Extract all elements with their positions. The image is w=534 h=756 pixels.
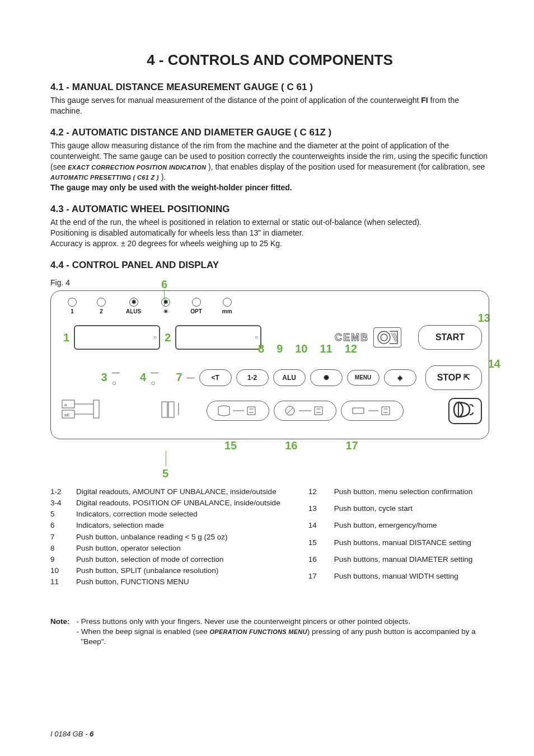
svg-rect-13 (168, 402, 174, 417)
list-item: 5Indicators, correction mode selected (50, 509, 286, 520)
distance-setting-buttons[interactable] (207, 401, 269, 421)
callout-16: 16 (285, 438, 297, 453)
svg-rect-12 (162, 402, 167, 417)
list-item: 10Push button, SPLIT (unbalance resoluti… (50, 566, 286, 577)
indicator-row: 1 2 ✱ALUS ✱✳ OPT mm (58, 298, 482, 316)
callout-3: 3 (101, 370, 107, 385)
list-item: 11Push button, FUNCTIONS MENU (50, 577, 286, 588)
mode-indicator-icons: a aE (60, 398, 116, 424)
list-item: 17Push buttons, manual WIDTH setting (308, 571, 479, 588)
diamond-arrow-icon: ◈ (397, 373, 402, 382)
text-bold: The gauge may only be used with the weig… (50, 183, 292, 192)
callout-1: 1 (63, 330, 69, 345)
svg-point-1 (381, 334, 387, 341)
svg-line-17 (287, 407, 293, 414)
legend-left: 1-2Digital readouts, AMOUNT OF UNBALANCE… (50, 487, 286, 589)
start-button[interactable]: START (418, 325, 482, 350)
figure-label: Fig. 4 (50, 278, 489, 288)
list-item: 15Push buttons, manual DISTANCE setting (308, 538, 479, 555)
sparkle-icon: ✺ (324, 373, 329, 382)
increment-icon-group (158, 398, 186, 424)
svg-text:a: a (64, 402, 67, 407)
home-arrow-icon: ⇱ (463, 372, 470, 383)
text-bold: FI (421, 96, 428, 105)
list-item: 12Push button, menu selection confirmati… (308, 487, 479, 504)
stop-button[interactable]: STOP⇱ (425, 365, 482, 390)
callout-10: 10 (295, 341, 307, 356)
callout-15: 15 (224, 438, 237, 453)
callout-8: 8 (258, 341, 264, 356)
legend-right: 12Push button, menu selection confirmati… (308, 487, 479, 589)
list-item: 16Push buttons, manual DIAMETER setting (308, 555, 479, 571)
section-4-1-body: This gauge serves for manual measurement… (50, 95, 489, 116)
width-setting-buttons[interactable] (341, 401, 404, 421)
list-item: 14Push button, emergency/home (308, 520, 479, 537)
diameter-setting-buttons[interactable] (274, 401, 336, 421)
control-panel-figure: 1 2 ✱ALUS ✱✳ OPT mm 1 ○ 2 ○ CEMB START 8… (50, 290, 489, 439)
text: This gauge serves for manual measurement… (50, 96, 421, 105)
page-title: 4 - CONTROLS AND COMPONENTS (50, 50, 489, 70)
led-indicator: 2 (97, 298, 106, 316)
section-4-3-body: At the end of the run, the wheel is posi… (50, 217, 489, 249)
svg-text:aE: aE (64, 412, 70, 417)
ref-text: AUTOMATIC PRESETTING ( C61 Z ) (50, 174, 159, 181)
list-item: 3-4Digital readouts, POSITION OF UNBALAN… (50, 498, 286, 509)
alu-button[interactable]: ALU (273, 369, 306, 386)
section-4-3-heading: 4.3 - AUTOMATIC WHEEL POSITIONING (50, 203, 489, 216)
list-item: 8Push button, operator selection (50, 543, 286, 555)
callout-17: 17 (346, 438, 358, 453)
list-item: 6Indicators, selection made (50, 520, 286, 532)
callout-4: 4 (140, 370, 146, 385)
led-indicator: ✱ALUS (126, 298, 141, 316)
logo-icon (373, 327, 401, 348)
callout-11: 11 (320, 341, 332, 356)
list-item: 13Push button, cycle start (308, 504, 479, 520)
callout-9: 9 (277, 341, 283, 356)
readout-inside-amount: ○ (74, 325, 160, 350)
callout-14: 14 (488, 356, 500, 372)
list-item: 1-2Digital readouts, AMOUNT OF UNBALANCE… (50, 487, 286, 498)
legend: 1-2Digital readouts, AMOUNT OF UNBALANCE… (50, 487, 489, 589)
text: Accuracy is approx. ± 20 degrees for whe… (50, 239, 282, 248)
note-label: Note: (50, 617, 70, 647)
section-4-1-heading: 4.1 - MANUAL DISTANCE MEASUREMENT GAUGE … (50, 81, 489, 94)
text: Positioning is disabled automatically fo… (50, 228, 303, 237)
ref-text: EXACT CORRECTION POSITION INDICATION (68, 164, 206, 171)
menu-button[interactable]: MENU (347, 370, 380, 386)
confirm-button[interactable]: ◈ (384, 369, 416, 386)
note-block: Note: - Press buttons only with your fin… (50, 617, 489, 647)
svg-point-0 (378, 331, 390, 344)
split-button[interactable]: ✺ (310, 369, 343, 386)
note-line: - Press buttons only with your fingers. … (81, 617, 490, 627)
led-indicator: ✱✳ (161, 298, 170, 316)
svg-rect-9 (93, 400, 99, 418)
readout-outside-amount: ○ (175, 325, 261, 350)
text: ), that enables display of the position … (206, 162, 485, 171)
text: ). (159, 172, 166, 181)
ref-text: OPERATION FUNCTIONS MENU (209, 628, 307, 635)
section-4-2-heading: 4.2 - AUTOMATIC DISTANCE AND DIAMETER GA… (50, 126, 489, 139)
callout-12: 12 (345, 341, 357, 356)
lt-button[interactable]: <T (199, 369, 232, 386)
section-4-2-body: This gauge allow measuring distance of t… (50, 140, 489, 193)
led-indicator: 1 (68, 298, 77, 316)
tire-icon (448, 398, 482, 424)
section-4-4-heading: 4.4 - CONTROL PANEL AND DISPLAY (50, 259, 489, 272)
list-item: 7Push button, unbalance reading < 5 g (2… (50, 532, 286, 543)
one-two-button[interactable]: 1-2 (236, 369, 269, 386)
callout-2: 2 (165, 330, 171, 345)
list-item: 9Push button, selection of mode of corre… (50, 555, 286, 566)
led-indicator: mm (222, 298, 232, 316)
led-indicator: OPT (190, 298, 202, 316)
text: At the end of the run, the wheel is posi… (50, 218, 421, 227)
callout-7: 7 (176, 370, 182, 385)
callout-5: 5 (162, 467, 168, 480)
note-line: - When the beep signal is enabled (see O… (81, 627, 490, 647)
